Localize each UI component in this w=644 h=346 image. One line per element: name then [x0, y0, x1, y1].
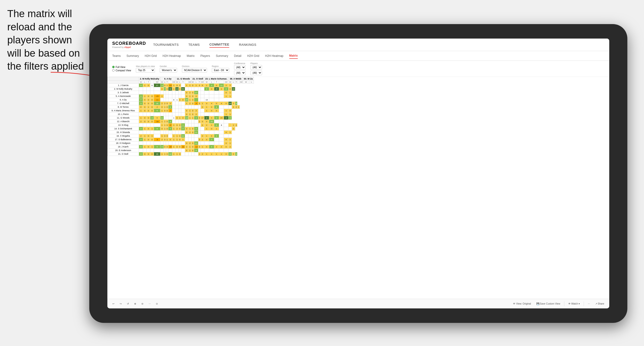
- cell-9-1: 0: [143, 116, 146, 120]
- cell-18-3: [150, 149, 154, 152]
- cell-6-3: 0: [150, 105, 154, 109]
- matrix-container[interactable]: 2. M Kelly Mulcahy 6. A Dy 11. G Woods 2…: [107, 77, 609, 299]
- cell-11-12: 3: [181, 123, 185, 127]
- region-select[interactable]: East - DII: [212, 68, 229, 73]
- players-select2[interactable]: (All): [250, 71, 262, 75]
- sub-nav-h2h-heatmap2[interactable]: H2H Heatmap: [265, 53, 283, 59]
- conference-select1[interactable]: (All): [234, 65, 246, 70]
- col-header-player2: 6. A Dy: [160, 77, 176, 81]
- sh-w7: W: [243, 81, 249, 84]
- cell-6-22: [219, 105, 224, 109]
- cell-2-7: [166, 91, 168, 94]
- cell-6-18: 0: [201, 105, 204, 109]
- row-label-10: 12. A Bianchi: [108, 120, 139, 123]
- toolbar-save-custom[interactable]: 💾 Save Custom View: [535, 302, 562, 306]
- cell-15-6: 0: [164, 138, 166, 142]
- sub-nav-detail[interactable]: Detail: [234, 53, 242, 59]
- players-select1[interactable]: (All): [250, 65, 262, 70]
- cell-8-6: [164, 113, 166, 116]
- cell-6-4: 2: [154, 105, 160, 109]
- cell-19-7: 0: [166, 152, 168, 156]
- cell-13-14: 2: [188, 131, 192, 134]
- full-view-option[interactable]: Full View: [112, 66, 131, 68]
- cell-7-3: 0: [150, 109, 154, 113]
- cell-10-14: [188, 120, 192, 123]
- cell-12-5: 0: [160, 127, 164, 131]
- cell-9-12: 0: [181, 116, 185, 120]
- sub-nav-h2h-grid2[interactable]: H2H Grid: [247, 53, 259, 59]
- cell-18-8: [168, 149, 172, 152]
- sh-w5: W: [204, 81, 209, 84]
- full-view-radio[interactable]: [112, 66, 114, 68]
- sub-nav-players[interactable]: Players: [200, 53, 210, 59]
- cell-16-18: [201, 142, 204, 145]
- conference-select2[interactable]: (All): [234, 71, 246, 75]
- cell-0-4: 27: [154, 84, 160, 87]
- sub-nav-h2h-heatmap[interactable]: H2H Heatmap: [163, 53, 181, 59]
- toolbar-undo[interactable]: ↩: [111, 302, 116, 306]
- gender-select[interactable]: Women's: [160, 68, 177, 73]
- toolbar-view-original[interactable]: 👁 View: Original: [512, 302, 532, 306]
- filter-region: Region East - DII: [212, 65, 229, 73]
- nav-committee[interactable]: COMMITTEE: [210, 42, 230, 48]
- nav-rankings[interactable]: RANKINGS: [239, 42, 256, 47]
- cell-1-15: [191, 87, 194, 91]
- cell-13-4: [154, 131, 160, 134]
- cell-13-3: [150, 131, 154, 134]
- nav-teams[interactable]: TEAMS: [188, 42, 200, 47]
- cell-18-22: [219, 149, 224, 152]
- cell-16-20: [209, 142, 214, 145]
- cell-4-20: [209, 98, 214, 102]
- cell-15-11: 0: [179, 138, 181, 142]
- sh-t1: T: [147, 81, 150, 84]
- compact-view-radio[interactable]: [112, 69, 114, 72]
- row-label-6: 8. M Torres: [108, 105, 139, 109]
- sub-nav-teams[interactable]: Teams: [112, 53, 121, 59]
- toolbar-zoom-in[interactable]: ⊕: [133, 302, 138, 306]
- toolbar-more[interactable]: ···: [147, 302, 152, 306]
- cell-4-11: 4: [179, 98, 181, 102]
- row-label-7: 9. A Maria Jimenez Rios: [108, 109, 139, 113]
- sub-nav-matrix[interactable]: Matrix: [187, 53, 195, 59]
- cell-15-13: [185, 138, 188, 142]
- toolbar-redo[interactable]: ↪: [118, 302, 123, 306]
- cell-16-16: 11: [194, 142, 198, 145]
- cell-9-15: 1: [191, 116, 194, 120]
- sub-nav-h2h-grid[interactable]: H2H Grid: [145, 53, 157, 59]
- toolbar-divider2: [584, 301, 584, 306]
- cell-2-18: [201, 91, 204, 94]
- cell-7-24: 0: [228, 109, 232, 113]
- nav-tournaments[interactable]: TOURNAMENTS: [153, 42, 179, 47]
- cell-12-24: [228, 127, 232, 131]
- toolbar-watch[interactable]: 👁 Watch ▾: [567, 302, 582, 306]
- cell-3-6: [164, 94, 166, 98]
- toolbar-reset[interactable]: ⊙: [154, 302, 159, 306]
- toolbar-refresh[interactable]: ↺: [126, 302, 130, 306]
- cell-16-7: [166, 142, 168, 145]
- cell-2-17: [198, 91, 201, 94]
- sub-nav-matrix2[interactable]: Matrix: [289, 53, 298, 59]
- cell-0-0: 3: [139, 84, 143, 87]
- sub-nav-summary2[interactable]: Summary: [216, 53, 228, 59]
- max-players-select[interactable]: Top 25: [136, 68, 155, 73]
- cell-10-18: 0: [201, 120, 204, 123]
- compact-view-option[interactable]: Compact View: [112, 69, 131, 72]
- cell-14-11: 0: [179, 134, 181, 138]
- cell-17-19: 0: [204, 145, 209, 149]
- cell-18-7: [166, 149, 168, 152]
- cell-13-18: [201, 131, 204, 134]
- cell-6-14: [188, 105, 192, 109]
- cell-11-9: 1: [172, 123, 176, 127]
- cell-12-22: [219, 127, 224, 131]
- toolbar-share[interactable]: ↗ Share: [594, 302, 606, 306]
- sub-nav-summary[interactable]: Summary: [126, 53, 139, 59]
- division-select[interactable]: NCAA Division II: [182, 68, 207, 73]
- cell-1-0: [139, 87, 143, 91]
- toolbar-dots[interactable]: ···: [586, 302, 591, 306]
- cell-4-3: 0: [150, 98, 154, 102]
- cell-0-13: 1: [185, 84, 188, 87]
- toolbar-zoom-out[interactable]: ⊖: [140, 302, 145, 306]
- cell-11-21: 0: [214, 123, 219, 127]
- cell-13-22: [219, 131, 224, 134]
- cell-1-4: [154, 87, 160, 91]
